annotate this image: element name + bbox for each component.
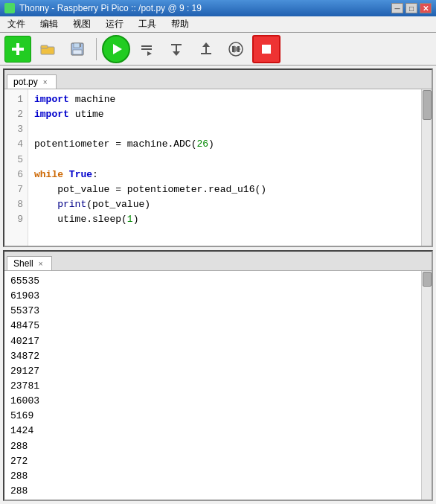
- step-over-button[interactable]: [133, 36, 160, 63]
- svg-rect-21: [232, 46, 234, 52]
- menu-bar: 文件 编辑 视图 运行 工具 帮助: [0, 16, 436, 33]
- line-num: 7: [9, 182, 23, 197]
- line-num: 2: [9, 107, 23, 122]
- menu-edit[interactable]: 编辑: [36, 16, 62, 32]
- svg-rect-13: [171, 44, 182, 45]
- shell-line: 1424: [10, 424, 415, 438]
- shell-body: 6553561903553734847540217348722912723781…: [4, 271, 432, 500]
- stop-button[interactable]: [252, 35, 280, 63]
- shell-line: 288: [10, 484, 415, 499]
- shell-tab-label: Shell: [13, 258, 33, 269]
- shell-scrollbar-thumb[interactable]: [423, 272, 432, 287]
- shell-scrollbar[interactable]: [421, 271, 432, 500]
- menu-run[interactable]: 运行: [101, 16, 128, 32]
- shell-line: 16003: [10, 394, 415, 409]
- shell-tab[interactable]: Shell ×: [7, 256, 52, 270]
- shell-line: 5169: [10, 409, 415, 424]
- line-num: 5: [9, 153, 23, 168]
- editor-tab-label: pot.py: [13, 77, 38, 87]
- svg-rect-4: [41, 45, 48, 48]
- shell-line: 61903: [10, 289, 415, 304]
- line-numbers: 1 2 3 4 5 6 7 8 9: [4, 89, 28, 246]
- svg-rect-23: [262, 45, 271, 54]
- editor-body: 1 2 3 4 5 6 7 8 9 import machine import …: [4, 89, 432, 246]
- shell-line: 65535: [10, 274, 415, 289]
- menu-tools[interactable]: 工具: [134, 16, 161, 32]
- open-folder-icon: [39, 41, 56, 57]
- shell-line: 29127: [10, 364, 415, 379]
- minimize-button[interactable]: ─: [391, 3, 403, 13]
- shell-line: 55373: [10, 304, 415, 319]
- line-num: 8: [9, 197, 23, 212]
- step-into-button[interactable]: [163, 36, 190, 63]
- shell-output[interactable]: 6553561903553734847540217348722912723781…: [4, 271, 421, 500]
- menu-view[interactable]: 视图: [68, 16, 95, 32]
- step-over-icon: [138, 41, 155, 57]
- step-into-icon: [168, 41, 185, 57]
- svg-rect-7: [80, 44, 81, 47]
- svg-marker-9: [113, 44, 122, 54]
- svg-rect-8: [73, 50, 82, 54]
- toolbar-separator-1: [96, 38, 97, 60]
- app-icon: [4, 3, 15, 13]
- save-icon: [69, 41, 86, 57]
- shell-line: 272: [10, 454, 415, 469]
- save-button[interactable]: [64, 36, 91, 63]
- svg-rect-22: [237, 46, 240, 52]
- shell-line: 34872: [10, 349, 415, 364]
- shell-line: 288: [10, 469, 415, 484]
- editor-tab-pot-py[interactable]: pot.py ×: [7, 74, 57, 89]
- line-num: 1: [9, 92, 23, 107]
- shell-pane: Shell × 65535619035537348475402173487229…: [3, 250, 433, 501]
- svg-rect-16: [201, 53, 211, 54]
- stop-icon: [258, 41, 275, 57]
- new-button[interactable]: [4, 36, 31, 63]
- editor-tab-bar: pot.py ×: [4, 70, 432, 89]
- editor-scrollbar-thumb[interactable]: [423, 90, 432, 120]
- title-bar: Thonny - Raspberry Pi Pico :: /pot.py @ …: [0, 0, 436, 16]
- svg-rect-6: [74, 43, 80, 48]
- shell-tab-bar: Shell ×: [4, 252, 432, 271]
- code-editor[interactable]: import machine import utime potentiomete…: [28, 89, 421, 246]
- window-title: Thonny - Raspberry Pi Pico :: /pot.py @ …: [19, 3, 202, 13]
- open-button[interactable]: [34, 36, 61, 63]
- svg-rect-10: [141, 48, 152, 50]
- line-num: 6: [9, 168, 23, 182]
- menu-help[interactable]: 帮助: [167, 16, 193, 32]
- shell-line: 23781: [10, 379, 415, 394]
- toolbar: [0, 33, 436, 66]
- shell-line: 48475: [10, 319, 415, 334]
- maximize-button[interactable]: □: [405, 3, 417, 13]
- plus-icon: [10, 41, 26, 57]
- step-out-icon: [198, 41, 214, 57]
- shell-line: 40217: [10, 334, 415, 349]
- shell-line: 288: [10, 499, 415, 500]
- step-out-button[interactable]: [193, 36, 219, 63]
- line-num: 3: [9, 122, 23, 137]
- line-num: 4: [9, 137, 23, 152]
- run-button[interactable]: [102, 35, 130, 63]
- main-content: pot.py × 1 2 3 4 5 6 7 8 9 import machin…: [0, 66, 436, 504]
- editor-pane: pot.py × 1 2 3 4 5 6 7 8 9 import machin…: [3, 68, 433, 247]
- editor-scrollbar[interactable]: [421, 89, 432, 246]
- pause-button[interactable]: [222, 36, 249, 63]
- svg-rect-11: [141, 45, 152, 47]
- shell-line: 288: [10, 439, 415, 454]
- shell-tab-close[interactable]: ×: [36, 259, 45, 268]
- close-button[interactable]: ✕: [420, 3, 432, 13]
- play-icon: [107, 40, 125, 58]
- menu-file[interactable]: 文件: [3, 16, 30, 32]
- line-num: 9: [9, 212, 23, 227]
- window-controls: ─ □ ✕: [391, 3, 432, 13]
- svg-marker-18: [202, 42, 210, 47]
- title-bar-text: Thonny - Raspberry Pi Pico :: /pot.py @ …: [4, 3, 202, 13]
- pause-icon: [228, 41, 244, 57]
- svg-marker-15: [173, 51, 180, 56]
- svg-rect-1: [12, 48, 24, 51]
- editor-tab-close[interactable]: ×: [41, 77, 50, 86]
- svg-marker-12: [147, 51, 152, 56]
